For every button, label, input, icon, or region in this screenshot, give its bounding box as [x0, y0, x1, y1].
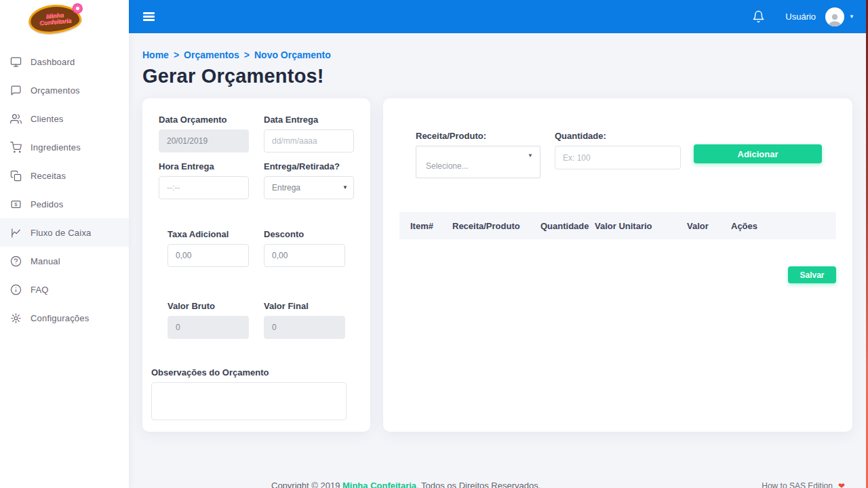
- sidebar-item-label: Receitas: [31, 171, 66, 181]
- app-logo[interactable]: Minha Confeitaria: [0, 0, 129, 38]
- main-area: Usuário ▼ Home > Orçamentos > Novo Orçam…: [129, 0, 868, 488]
- bell-icon[interactable]: [752, 10, 765, 23]
- observacoes-field[interactable]: [151, 382, 347, 420]
- chat-bubble-icon: [10, 85, 22, 96]
- sidebar-item-configuracoes[interactable]: Configurações: [0, 304, 129, 332]
- sidebar-item-label: Ingredientes: [31, 142, 81, 152]
- sidebar-item-label: Orçamentos: [31, 85, 80, 96]
- adicionar-button[interactable]: Adicionar: [694, 144, 822, 163]
- valor-final-label: Valor Final: [264, 301, 345, 311]
- table-header-quantidade: Quantidade: [540, 221, 595, 231]
- app-root: Minha Confeitaria Dashboard Orçamentos: [0, 0, 868, 488]
- sidebar-item-pedidos[interactable]: $ Pedidos: [0, 190, 129, 218]
- breadcrumb-separator: >: [174, 49, 179, 60]
- receita-produto-select[interactable]: Selecione... ▼: [416, 146, 540, 178]
- data-orcamento-field: [159, 129, 249, 152]
- monitor-icon: [10, 56, 22, 68]
- sidebar: Minha Confeitaria Dashboard Orçamentos: [0, 0, 129, 488]
- desconto-field[interactable]: [264, 244, 345, 267]
- footer-edition-label: How to SAS Edition: [762, 481, 833, 488]
- help-circle-icon: [10, 256, 22, 267]
- sidebar-item-ingredientes[interactable]: Ingredientes: [0, 133, 129, 161]
- logo-image: Minha Confeitaria: [27, 3, 82, 36]
- items-table-header: Item# Receita/Produto Quantidade Valor U…: [399, 212, 836, 239]
- data-entrega-label: Data Entrega: [264, 115, 354, 125]
- sidebar-item-label: FAQ: [31, 285, 49, 295]
- entrega-retirada-label: Entrega/Retirada?: [264, 161, 354, 171]
- entrega-retirada-select[interactable]: Entrega: [264, 176, 354, 199]
- select-caret-icon: ▼: [528, 152, 533, 159]
- hamburger-menu-icon[interactable]: [143, 12, 155, 21]
- hora-entrega-label: Hora Entrega: [159, 161, 249, 171]
- data-entrega-field[interactable]: [264, 129, 354, 152]
- sidebar-item-clientes[interactable]: Clientes: [0, 104, 129, 133]
- sidebar-item-orcamentos[interactable]: Orçamentos: [0, 76, 129, 104]
- table-header-valor-unitario: Valor Unitario: [595, 221, 687, 231]
- copy-icon: [10, 170, 22, 182]
- page-content: Home > Orçamentos > Novo Orçamento Gerar…: [129, 33, 868, 432]
- quantidade-field[interactable]: [555, 146, 681, 169]
- sidebar-item-label: Pedidos: [31, 199, 63, 209]
- table-header-item: Item#: [410, 221, 452, 231]
- cart-icon: [10, 142, 22, 153]
- receita-produto-label: Receita/Produto:: [416, 131, 540, 141]
- users-icon: [10, 113, 22, 125]
- table-header-acoes: Ações: [731, 221, 836, 231]
- desconto-label: Desconto: [264, 229, 345, 239]
- heart-icon: ❤: [838, 481, 845, 488]
- avatar[interactable]: [825, 7, 844, 26]
- breadcrumb-novo-orcamento[interactable]: Novo Orçamento: [254, 49, 331, 60]
- breadcrumb: Home > Orçamentos > Novo Orçamento: [142, 49, 852, 60]
- sidebar-item-receitas[interactable]: Receitas: [0, 161, 129, 190]
- sidebar-item-label: Clientes: [31, 114, 64, 124]
- table-header-receita-produto: Receita/Produto: [452, 221, 540, 231]
- hora-entrega-field[interactable]: [159, 176, 249, 199]
- svg-text:$: $: [14, 201, 18, 207]
- breadcrumb-separator: >: [244, 49, 250, 60]
- sidebar-item-label: Manual: [31, 256, 60, 266]
- sidebar-item-label: Fluxo de Caixa: [31, 228, 92, 238]
- sidebar-item-label: Configurações: [31, 313, 89, 323]
- sidebar-item-fluxo-de-caixa[interactable]: Fluxo de Caixa: [0, 218, 129, 247]
- copyright-suffix: . Todos os Direitos Reservados.: [416, 481, 540, 488]
- chevron-down-icon[interactable]: ▼: [849, 14, 854, 20]
- user-menu-label[interactable]: Usuário: [785, 12, 816, 22]
- valor-final-field: [264, 316, 345, 339]
- donut-icon: [72, 3, 83, 14]
- sidebar-item-dashboard[interactable]: Dashboard: [0, 47, 129, 76]
- receita-produto-placeholder: Selecione...: [426, 161, 469, 171]
- footer: Copyright © 2019 Minha Confeitaria. Todo…: [271, 481, 845, 488]
- gear-icon: [10, 312, 22, 324]
- valor-bruto-label: Valor Bruto: [167, 301, 249, 311]
- budget-items-card: Receita/Produto: Selecione... ▼ Quantida…: [383, 98, 852, 432]
- table-header-valor: Valor: [687, 221, 731, 231]
- line-chart-icon: [10, 227, 22, 239]
- footer-right-text: How to SAS Edition ❤: [762, 481, 845, 488]
- sidebar-item-faq[interactable]: FAQ: [0, 275, 129, 304]
- data-orcamento-label: Data Orçamento: [159, 115, 249, 125]
- sidebar-item-manual[interactable]: Manual: [0, 247, 129, 275]
- breadcrumb-orcamentos[interactable]: Orçamentos: [184, 49, 239, 60]
- salvar-button[interactable]: Salvar: [788, 266, 836, 283]
- topbar: Usuário ▼: [129, 0, 868, 33]
- breadcrumb-home[interactable]: Home: [142, 49, 169, 60]
- copyright-prefix: Copyright © 2019: [271, 481, 342, 488]
- budget-form-card: Data Orçamento Data Entrega Hora Entrega: [142, 98, 370, 432]
- logo-text: Minha Confeitaria: [39, 12, 71, 26]
- taxa-adicional-field[interactable]: [167, 244, 249, 267]
- info-circle-icon: [10, 284, 22, 296]
- dollar-box-icon: $: [10, 199, 22, 210]
- valor-bruto-field: [167, 316, 249, 339]
- taxa-adicional-label: Taxa Adicional: [167, 229, 249, 239]
- page-title: Gerar Orçamentos!: [142, 65, 852, 87]
- copyright-text: Copyright © 2019 Minha Confeitaria. Todo…: [271, 481, 540, 488]
- quantidade-label: Quantidade:: [555, 131, 681, 141]
- sidebar-nav: Dashboard Orçamentos Clientes Ingredient…: [0, 38, 129, 332]
- observacoes-label: Observações do Orçamento: [151, 367, 354, 378]
- copyright-brand-link[interactable]: Minha Confeitaria: [342, 481, 416, 488]
- sidebar-item-label: Dashboard: [31, 57, 75, 67]
